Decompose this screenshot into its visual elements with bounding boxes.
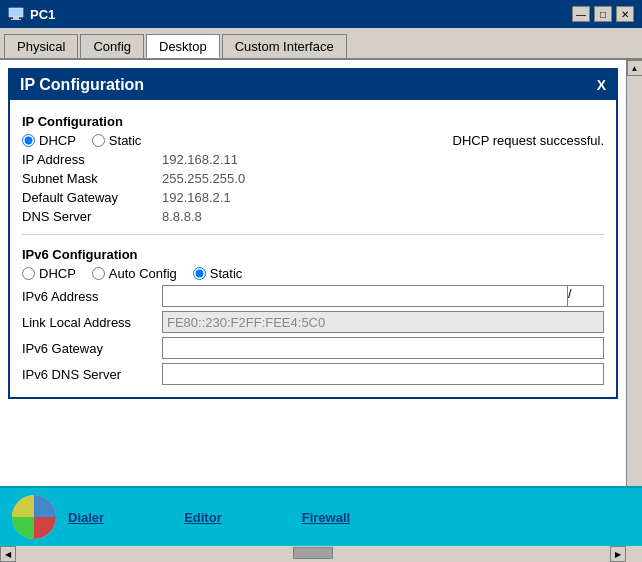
ipv6-static-radio-item: Static	[193, 266, 243, 281]
ip-config-header: IP Configuration X	[10, 70, 616, 100]
svg-rect-0	[9, 8, 23, 17]
ipv6-radio-row: DHCP Auto Config Static	[22, 266, 604, 281]
ipv6-gateway-row: IPv6 Gateway	[22, 337, 604, 359]
scroll-up-button[interactable]: ▲	[627, 60, 643, 76]
ipv6-address-input-group: /	[162, 285, 604, 307]
right-scrollbar: ▲ ▼	[626, 60, 642, 540]
dhcp-label: DHCP	[39, 133, 76, 148]
subnet-mask-row: Subnet Mask 255.255.255.0	[22, 171, 604, 186]
ipv6-dhcp-radio-item: DHCP	[22, 266, 76, 281]
dialer-link[interactable]: Dialer	[68, 510, 104, 525]
bottom-labels-row: Dialer Editor Firewall	[68, 510, 634, 525]
ip-address-value: 192.168.2.11	[162, 152, 604, 167]
ip-config-close-button[interactable]: X	[597, 77, 606, 93]
bottom-taskbar: Dialer Editor Firewall	[0, 486, 642, 546]
ipv6-gateway-input[interactable]	[162, 337, 604, 359]
ipv6-auto-radio-item: Auto Config	[92, 266, 177, 281]
horizontal-scrollbar: ◀ ▶	[0, 546, 626, 562]
ipv6-section-label: IPv6 Configuration	[22, 247, 604, 262]
tab-config[interactable]: Config	[80, 34, 144, 58]
ipv6-address-input[interactable]	[162, 285, 568, 307]
ip-config-body: IP Configuration DHCP Static DHCP reques…	[10, 100, 616, 397]
minimize-button[interactable]: —	[572, 6, 590, 22]
main-content: IP Configuration X IP Configuration DHCP…	[0, 60, 642, 540]
taskbar-icon	[8, 491, 60, 543]
ip-address-row: IP Address 192.168.2.11	[22, 152, 604, 167]
ipv6-gateway-label: IPv6 Gateway	[22, 341, 162, 356]
scroll-left-button[interactable]: ◀	[0, 546, 16, 562]
ipv6-address-row: IPv6 Address /	[22, 285, 604, 307]
link-local-address-row: Link Local Address	[22, 311, 604, 333]
ipv6-dns-server-input[interactable]	[162, 363, 604, 385]
tabs-row: Physical Config Desktop Custom Interface	[0, 28, 642, 60]
ip-config-panel: IP Configuration X IP Configuration DHCP…	[8, 68, 618, 399]
ipv4-radio-row: DHCP Static DHCP request successful.	[22, 133, 604, 148]
svg-rect-1	[13, 17, 19, 19]
link-local-address-label: Link Local Address	[22, 315, 162, 330]
dhcp-radio-item: DHCP	[22, 133, 76, 148]
maximize-button[interactable]: □	[594, 6, 612, 22]
ipv6-dns-server-label: IPv6 DNS Server	[22, 367, 162, 382]
dns-server-value: 8.8.8.8	[162, 209, 604, 224]
ipv6-auto-label: Auto Config	[109, 266, 177, 281]
default-gateway-label: Default Gateway	[22, 190, 162, 205]
title-bar-left: PC1	[8, 6, 55, 22]
default-gateway-value: 192.168.2.1	[162, 190, 604, 205]
title-bar-buttons: — □ ✕	[572, 6, 634, 22]
ipv6-dns-server-row: IPv6 DNS Server	[22, 363, 604, 385]
ipv6-section: IPv6 Configuration DHCP Auto Config	[22, 234, 604, 385]
dhcp-radio[interactable]	[22, 134, 35, 147]
link-local-address-input[interactable]	[162, 311, 604, 333]
tab-desktop[interactable]: Desktop	[146, 34, 220, 58]
ipv6-dhcp-label: DHCP	[39, 266, 76, 281]
svg-rect-2	[11, 19, 21, 20]
static-radio[interactable]	[92, 134, 105, 147]
scroll-track	[627, 76, 642, 524]
scroll-right-button[interactable]: ▶	[610, 546, 626, 562]
tab-physical[interactable]: Physical	[4, 34, 78, 58]
horizontal-scroll-track	[16, 546, 610, 562]
computer-icon	[8, 6, 24, 22]
default-gateway-row: Default Gateway 192.168.2.1	[22, 190, 604, 205]
dns-server-row: DNS Server 8.8.8.8	[22, 209, 604, 224]
ipv6-dhcp-radio[interactable]	[22, 267, 35, 280]
window-title: PC1	[30, 7, 55, 22]
title-bar: PC1 — □ ✕	[0, 0, 642, 28]
ipv6-address-label: IPv6 Address	[22, 289, 162, 304]
horizontal-scroll-thumb[interactable]	[293, 547, 333, 559]
ipv6-auto-radio[interactable]	[92, 267, 105, 280]
ipv6-static-radio[interactable]	[193, 267, 206, 280]
static-label: Static	[109, 133, 142, 148]
tab-custom-interface[interactable]: Custom Interface	[222, 34, 347, 58]
static-radio-item: Static	[92, 133, 142, 148]
close-button[interactable]: ✕	[616, 6, 634, 22]
dns-server-label: DNS Server	[22, 209, 162, 224]
pie-chart-icon	[8, 491, 60, 543]
subnet-mask-label: Subnet Mask	[22, 171, 162, 186]
firewall-link[interactable]: Firewall	[302, 510, 350, 525]
content-area: IP Configuration X IP Configuration DHCP…	[0, 60, 626, 540]
subnet-mask-value: 255.255.255.0	[162, 171, 604, 186]
ipv6-static-label: Static	[210, 266, 243, 281]
ip-address-label: IP Address	[22, 152, 162, 167]
ipv6-address-suffix: /	[568, 285, 604, 307]
ip-config-title: IP Configuration	[20, 76, 144, 94]
ipv4-section-label: IP Configuration	[22, 114, 604, 129]
dhcp-status: DHCP request successful.	[453, 133, 605, 148]
editor-link[interactable]: Editor	[184, 510, 222, 525]
